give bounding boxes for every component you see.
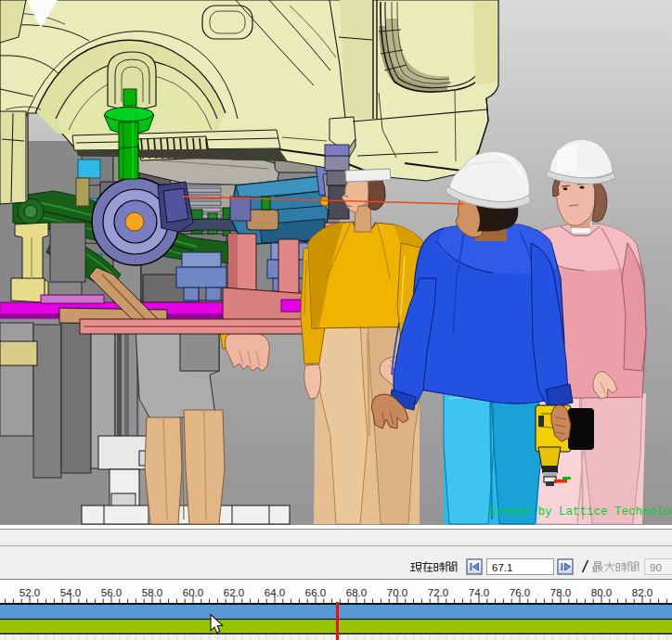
svg-text:Create by Lattice Technology: Create by Lattice Technology — [489, 506, 672, 518]
svg-text:90: 90 — [650, 562, 662, 573]
svg-text:67.1: 67.1 — [492, 562, 512, 573]
